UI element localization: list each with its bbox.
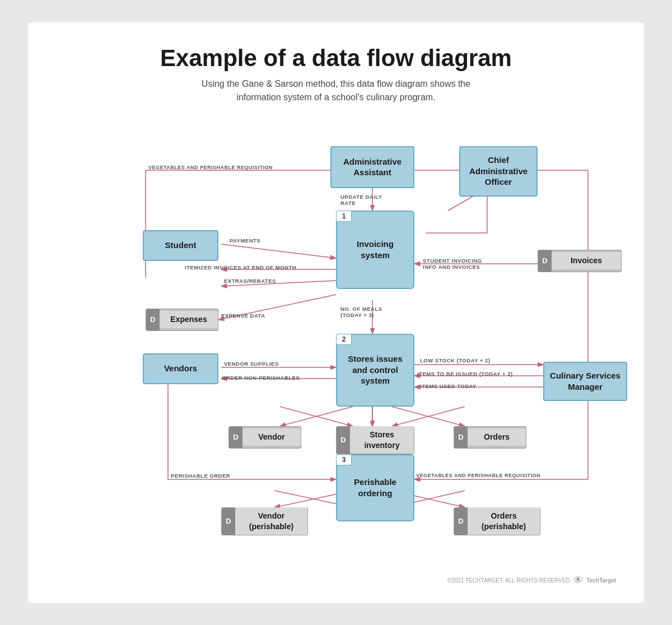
store-label-vendor-p: Vendor (perishable)	[235, 507, 307, 534]
process-invoicing: 1 Invoicing system	[336, 211, 414, 289]
footer-brand: TechTarget	[587, 577, 616, 584]
label-veg-req: VEGETABLES AND PERISHABLE REQUISITION	[148, 165, 273, 170]
store-d-vendor-p: D	[222, 508, 235, 535]
label-expense-data: EXPENSE DATA	[221, 312, 265, 319]
store-invoices: D Invoices	[538, 250, 622, 272]
entity-label-csm: Culinary Services Manager	[544, 370, 626, 392]
page-title: Example of a data flow diagram	[56, 45, 616, 72]
process-number-2: 2	[336, 334, 352, 345]
store-d-orders-p: D	[454, 508, 468, 535]
store-d-vendor: D	[229, 427, 242, 448]
entity-label-cao: Chief Administrative Officer	[460, 155, 536, 188]
process-label-stores: Stores issues and control system	[337, 335, 413, 405]
store-d-stores-inv: D	[337, 427, 350, 454]
label-perishable-order: PERISHABLE ORDER	[171, 473, 230, 479]
label-extras: EXTRAS/REBATES	[224, 278, 276, 284]
diagram: 1 Invoicing system 2 Stores issues and c…	[56, 121, 616, 569]
entity-label-admin: Administrative Assistant	[332, 156, 413, 178]
label-vendor-supplies: VENDOR SUPPLIES	[224, 361, 279, 367]
svg-line-15	[280, 407, 353, 426]
label-order-non: ORDER NON-PERISHABLES	[222, 375, 300, 381]
store-vendor: D Vendor	[228, 426, 301, 449]
subtitle: Using the Gane & Sarson method, this dat…	[56, 77, 616, 104]
store-label-vendor: Vendor	[242, 428, 301, 445]
svg-line-20	[392, 407, 465, 426]
store-label-invoices: Invoices	[552, 252, 621, 269]
process-stores: 2 Stores issues and control system	[336, 334, 414, 407]
store-label-stores-inv: Stores inventory	[350, 426, 414, 453]
store-orders-p: D Orders (perishable)	[454, 507, 540, 535]
label-payments: PAYMENTS	[230, 237, 260, 244]
store-label-expenses: Expenses	[160, 311, 218, 328]
label-low-stock: LOW STOCK (TODAY + 2)	[420, 357, 491, 363]
store-orders: D Orders	[454, 426, 526, 449]
label-no-meals: NO. OF MEALS(TODAY + 3)	[340, 306, 382, 318]
process-label-invoicing: Invoicing system	[337, 212, 413, 288]
label-items-issued: ITEMS TO BE ISSUED (TODAY + 2)	[417, 371, 513, 377]
label-update-daily: UPDATE DAILYRATE	[340, 194, 382, 206]
label-student-inv: STUDENT INVOICINGINFO AND INVOICES	[423, 258, 482, 270]
store-label-orders-p: Orders (perishable)	[468, 507, 540, 534]
label-veg-req2: VEGETABLES AND PERISHABLE REQUISITION	[416, 473, 540, 478]
svg-line-16	[280, 407, 353, 426]
entity-label-vendors: Vendors	[164, 363, 197, 374]
label-itemized: ITEMIZED INVOICES AT END OF MONTH	[185, 264, 296, 270]
store-d-expenses: D	[146, 309, 160, 330]
entity-csm: Culinary Services Manager	[543, 362, 627, 401]
entity-cao: Chief Administrative Officer	[459, 146, 538, 197]
entity-label-student: Student	[165, 240, 197, 251]
entity-admin: Administrative Assistant	[330, 146, 414, 188]
label-items-used: ITEMS USED TODAY	[420, 383, 477, 389]
process-number-1: 1	[336, 211, 352, 222]
process-perishable: 3 Perishable ordering	[336, 454, 414, 521]
entity-student: Student	[143, 230, 218, 261]
store-label-orders: Orders	[468, 428, 526, 445]
page: Example of a data flow diagram Using the…	[28, 22, 644, 603]
svg-line-19	[392, 407, 465, 426]
store-d-orders: D	[454, 427, 468, 448]
store-expenses: D Expenses	[146, 309, 218, 331]
process-number-3: 3	[336, 454, 352, 465]
svg-line-4	[221, 244, 336, 258]
store-d-invoices: D	[538, 250, 552, 272]
store-stores-inv: D Stores inventory	[336, 426, 414, 454]
techtarget-icon: 👁	[573, 575, 584, 586]
footer: ©2021 TECHTARGET. ALL RIGHTS RESERVED 👁 …	[56, 575, 616, 586]
store-vendor-p: D Vendor (perishable)	[221, 507, 308, 535]
entity-vendors: Vendors	[143, 353, 218, 384]
footer-text: ©2021 TECHTARGET. ALL RIGHTS RESERVED	[447, 577, 570, 584]
